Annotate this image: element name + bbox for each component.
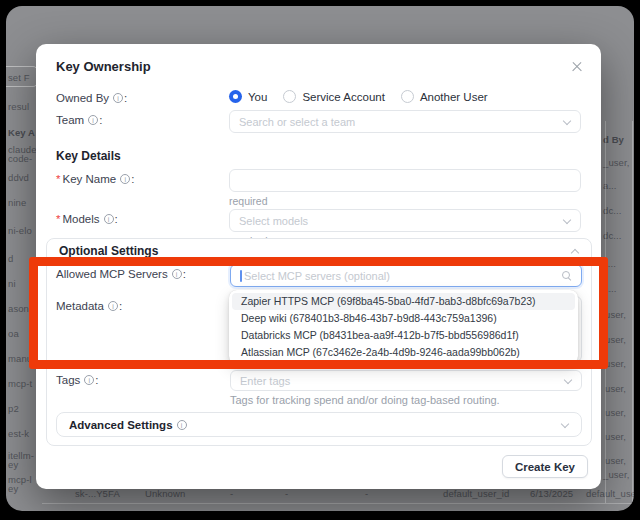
dropdown-option-zapier[interactable]: Zapier HTTPS MCP (69f8ba45-5ba0-4fd7-bab… — [232, 293, 575, 310]
models-label-text: Models — [62, 213, 99, 225]
team-label-text: Team — [56, 114, 84, 126]
allowed-mcp-select[interactable]: Select MCP servers (optional) — [230, 264, 582, 287]
models-select[interactable]: Select models — [229, 209, 581, 232]
models-label: *Models: — [56, 209, 229, 225]
chevron-down-icon — [563, 118, 571, 126]
background-table-text: ason2 — [8, 303, 34, 314]
background-table-text: user, — [605, 383, 626, 394]
allowed-mcp-label-text: Allowed MCP Servers — [56, 268, 168, 280]
background-table-text: - — [365, 488, 368, 499]
models-row: *Models: Select models — [56, 209, 581, 232]
radio-label: Service Account — [302, 91, 384, 103]
chevron-down-icon — [564, 377, 572, 385]
tags-row: Tags: Enter tags — [56, 370, 582, 391]
background-table-text: code- — [8, 153, 32, 164]
key-name-required-hint: required — [229, 195, 581, 207]
background-table-text: sk-...Y5FA — [75, 488, 120, 499]
advanced-settings-panel[interactable]: Advanced Settings — [56, 412, 582, 437]
tags-placeholder: Enter tags — [240, 375, 558, 387]
radio-label: You — [248, 91, 267, 103]
background-table-text: user, — [605, 431, 626, 442]
owned-by-label-text: Owned By — [56, 92, 109, 104]
background-table-text: oa — [8, 328, 19, 339]
team-select-placeholder: Search or select a team — [239, 116, 557, 128]
tags-label: Tags: — [56, 370, 230, 386]
text-caret — [240, 270, 242, 282]
models-select-placeholder: Select models — [239, 215, 557, 227]
radio-option-service-account[interactable]: Service Account — [283, 90, 384, 103]
info-icon — [104, 214, 114, 224]
background-table-text: default_user, — [586, 488, 634, 499]
modal-footer: Create Key — [502, 455, 588, 478]
tags-select[interactable]: Enter tags — [230, 370, 582, 391]
background-table-text: _user, — [603, 157, 629, 168]
info-icon — [84, 375, 94, 385]
chevron-down-icon — [561, 421, 569, 429]
key-name-row: *Key Name: — [56, 169, 581, 192]
background-table-text: p2 — [8, 403, 19, 414]
background-table-text: ey — [8, 483, 18, 494]
advanced-settings-title: Advanced Settings — [69, 419, 188, 431]
owned-by-row: Owned By: You Service Account Another Us… — [56, 88, 581, 104]
background-table-text: ni-elo — [8, 225, 32, 236]
background-column-divider — [632, 121, 633, 503]
chevron-up-icon — [571, 247, 579, 255]
key-name-input[interactable] — [229, 169, 581, 192]
background-table-text: user, — [605, 407, 626, 418]
team-select[interactable]: Search or select a team — [229, 110, 581, 133]
dropdown-option-atlassian[interactable]: Atlassian MCP (67c3462e-2a4b-4d9b-9246-a… — [232, 344, 575, 361]
tags-help-text: Tags for tracking spend and/or doing tag… — [230, 394, 582, 406]
close-icon[interactable] — [569, 59, 585, 75]
allowed-mcp-placeholder: Select MCP servers (optional) — [244, 270, 556, 282]
tags-label-text: Tags — [56, 374, 80, 386]
radio-label: Another User — [420, 91, 488, 103]
dropdown-option-databricks[interactable]: Databricks MCP (b8431bea-aa9f-412b-b7f5-… — [232, 327, 575, 344]
required-asterisk: * — [56, 213, 60, 225]
background-table-text: Unknown — [145, 488, 185, 499]
background-row-divider — [42, 503, 632, 504]
advanced-settings-title-text: Advanced Settings — [69, 419, 173, 431]
owned-by-label: Owned By: — [56, 88, 229, 104]
background-table-text: nine — [8, 197, 26, 208]
optional-settings-title: Optional Settings — [59, 244, 158, 258]
search-icon — [562, 271, 572, 281]
background-table-text: mcp-t — [8, 378, 32, 389]
create-key-button[interactable]: Create Key — [502, 455, 588, 478]
background-table-text: user, — [605, 358, 626, 369]
owned-by-radio-group: You Service Account Another User — [229, 88, 581, 103]
background-table-text: ddvd — [8, 172, 29, 183]
chevron-down-icon — [563, 217, 571, 225]
background-table-text: est-k — [8, 428, 29, 439]
radio-unselected-icon — [401, 90, 414, 103]
modal-header: Key Ownership — [36, 44, 601, 75]
key-name-label-text: Key Name — [62, 173, 116, 185]
background-table-text: d — [8, 253, 13, 264]
info-icon — [108, 301, 118, 311]
optional-settings-header[interactable]: Optional Settings — [47, 239, 591, 263]
key-details-heading: Key Details — [56, 149, 581, 163]
dropdown-option-deep-wiki[interactable]: Deep wiki (678401b3-8b46-43b7-b9d8-443c7… — [232, 310, 575, 327]
background-table-text: set F — [8, 72, 30, 83]
info-icon — [88, 115, 98, 125]
info-icon — [172, 269, 182, 279]
background-table-text: - — [285, 488, 288, 499]
background-table-text: _user, — [603, 469, 629, 480]
background-column-divider — [605, 121, 606, 503]
background-table-text: user, — [605, 309, 626, 320]
metadata-label-text: Metadata — [56, 300, 104, 312]
allowed-mcp-row: Allowed MCP Servers: Select MCP servers … — [56, 264, 582, 287]
background-table-text: d By — [603, 134, 624, 145]
background-table-text: 6/13/2025 — [530, 488, 573, 499]
background-table-text: resul — [8, 101, 29, 112]
background-table-text: user, — [605, 334, 626, 345]
required-asterisk: * — [56, 173, 60, 185]
radio-unselected-icon — [283, 90, 296, 103]
radio-option-you[interactable]: You — [229, 90, 267, 103]
create-key-modal: Key Ownership Owned By: You Service Acco… — [36, 44, 601, 489]
key-name-label: *Key Name: — [56, 169, 229, 185]
radio-option-another-user[interactable]: Another User — [401, 90, 488, 103]
allowed-mcp-label: Allowed MCP Servers: — [56, 264, 230, 280]
background-table-text: manu — [8, 353, 32, 364]
background-table-text: ni — [8, 278, 16, 289]
info-icon — [177, 420, 187, 430]
